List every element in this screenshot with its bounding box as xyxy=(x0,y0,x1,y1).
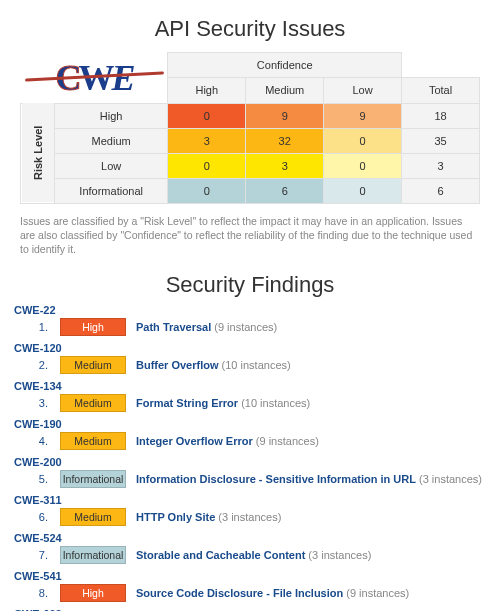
finding-index: 4. xyxy=(14,435,50,447)
instances-count: (9 instances) xyxy=(211,321,277,333)
finding-row: 1.HighPath Traversal (9 instances) xyxy=(14,318,482,336)
risk-badge: High xyxy=(60,318,126,336)
finding-title[interactable]: Format String Error (10 instances) xyxy=(136,396,310,410)
matrix-cell: 9 xyxy=(246,103,324,128)
instances-count: (10 instances) xyxy=(238,397,310,409)
cwe-id[interactable]: CWE-524 xyxy=(14,532,482,544)
finding-row: 2.MediumBuffer Overflow (10 instances) xyxy=(14,356,482,374)
conf-col-medium: Medium xyxy=(246,78,324,103)
instances-count: (3 instances) xyxy=(416,473,482,485)
finding-index: 1. xyxy=(14,321,50,333)
instances-count: (10 instances) xyxy=(219,359,291,371)
risk-badge: High xyxy=(60,584,126,602)
finding-group: CWE-3116.MediumHTTP Only Site (3 instanc… xyxy=(14,494,482,526)
finding-index: 7. xyxy=(14,549,50,561)
finding-title[interactable]: Storable and Cacheable Content (3 instan… xyxy=(136,548,371,562)
finding-title[interactable]: Path Traversal (9 instances) xyxy=(136,320,277,334)
finding-title[interactable]: HTTP Only Site (3 instances) xyxy=(136,510,281,524)
risk-badge: Medium xyxy=(60,394,126,412)
risk-badge: Medium xyxy=(60,508,126,526)
matrix-cell: 0 xyxy=(168,153,246,178)
caption-text: Issues are classified by a "Risk Level" … xyxy=(20,214,480,257)
instances-count: (3 instances) xyxy=(305,549,371,561)
finding-group: CWE-5247.InformationalStorable and Cache… xyxy=(14,532,482,564)
matrix-table: CWE Confidence High Medium Low Total Ris… xyxy=(20,52,480,204)
finding-index: 5. xyxy=(14,473,50,485)
conf-col-high: High xyxy=(168,78,246,103)
finding-title[interactable]: Buffer Overflow (10 instances) xyxy=(136,358,291,372)
cwe-id[interactable]: CWE-200 xyxy=(14,456,482,468)
page-title: API Security Issues xyxy=(0,16,500,42)
matrix-cell: 32 xyxy=(246,128,324,153)
matrix-cell: 3 xyxy=(168,128,246,153)
finding-title[interactable]: Integer Overflow Error (9 instances) xyxy=(136,434,319,448)
cwe-logo: CWE xyxy=(21,53,168,103)
finding-group: CWE-2005.InformationalInformation Disclo… xyxy=(14,456,482,488)
risk-badge: Informational xyxy=(60,470,126,488)
matrix-cell: 6 xyxy=(246,178,324,203)
finding-index: 6. xyxy=(14,511,50,523)
cwe-id[interactable]: CWE-120 xyxy=(14,342,482,354)
finding-row: 5.InformationalInformation Disclosure - … xyxy=(14,470,482,488)
finding-index: 2. xyxy=(14,359,50,371)
matrix-cell: 0 xyxy=(324,128,402,153)
matrix-cell: 0 xyxy=(324,178,402,203)
findings-title: Security Findings xyxy=(0,272,500,298)
matrix-cell: 3 xyxy=(246,153,324,178)
finding-title[interactable]: Source Code Disclosure - File Inclusion … xyxy=(136,586,409,600)
cwe-id[interactable]: CWE-311 xyxy=(14,494,482,506)
risk-badge: Informational xyxy=(60,546,126,564)
conf-col-low: Low xyxy=(324,78,402,103)
cwe-id[interactable]: CWE-22 xyxy=(14,304,482,316)
finding-group: CWE-1343.MediumFormat String Error (10 i… xyxy=(14,380,482,412)
row-total: 6 xyxy=(402,178,480,203)
finding-title[interactable]: Information Disclosure - Sensitive Infor… xyxy=(136,472,482,486)
matrix-cell: 9 xyxy=(324,103,402,128)
logo-letter-e: E xyxy=(111,60,132,96)
report-page: API Security Issues CWE Confidence High xyxy=(0,0,500,611)
cwe-id[interactable]: CWE-134 xyxy=(14,380,482,392)
risk-badge: Medium xyxy=(60,432,126,450)
row-total: 3 xyxy=(402,153,480,178)
finding-index: 8. xyxy=(14,587,50,599)
risk-confidence-matrix: CWE Confidence High Medium Low Total Ris… xyxy=(20,52,480,204)
finding-row: 3.MediumFormat String Error (10 instance… xyxy=(14,394,482,412)
risk-row-medium: Medium xyxy=(54,128,167,153)
finding-group: CWE-1202.MediumBuffer Overflow (10 insta… xyxy=(14,342,482,374)
risk-row-informational: Informational xyxy=(54,178,167,203)
risk-badge: Medium xyxy=(60,356,126,374)
finding-group: CWE-5418.HighSource Code Disclosure - Fi… xyxy=(14,570,482,602)
confidence-header: Confidence xyxy=(168,53,402,78)
matrix-cell: 0 xyxy=(324,153,402,178)
logo-cell: CWE xyxy=(21,53,168,104)
risk-level-header: Risk Level xyxy=(21,103,55,203)
finding-index: 3. xyxy=(14,397,50,409)
finding-row: 7.InformationalStorable and Cacheable Co… xyxy=(14,546,482,564)
total-col-header: Total xyxy=(402,78,480,103)
risk-row-high: High xyxy=(54,103,167,128)
instances-count: (9 instances) xyxy=(253,435,319,447)
matrix-cell: 0 xyxy=(168,178,246,203)
findings-list: CWE-221.HighPath Traversal (9 instances)… xyxy=(14,304,482,611)
finding-row: 4.MediumInteger Overflow Error (9 instan… xyxy=(14,432,482,450)
cwe-id[interactable]: CWE-541 xyxy=(14,570,482,582)
finding-group: CWE-221.HighPath Traversal (9 instances) xyxy=(14,304,482,336)
finding-row: 6.MediumHTTP Only Site (3 instances) xyxy=(14,508,482,526)
matrix-cell: 0 xyxy=(168,103,246,128)
finding-row: 8.HighSource Code Disclosure - File Incl… xyxy=(14,584,482,602)
instances-count: (9 instances) xyxy=(343,587,409,599)
finding-group: CWE-1904.MediumInteger Overflow Error (9… xyxy=(14,418,482,450)
row-total: 18 xyxy=(402,103,480,128)
cwe-id[interactable]: CWE-190 xyxy=(14,418,482,430)
row-total: 35 xyxy=(402,128,480,153)
instances-count: (3 instances) xyxy=(215,511,281,523)
risk-row-low: Low xyxy=(54,153,167,178)
